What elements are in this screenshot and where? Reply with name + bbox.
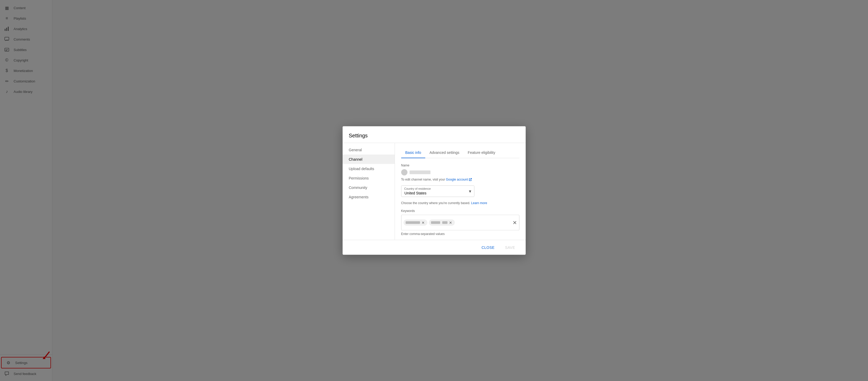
modal-overlay[interactable]	[0, 0, 357, 190]
nav-item-channel[interactable]: Channel	[343, 155, 358, 164]
dialog-body: General Channel Upload defaults Permissi…	[343, 143, 358, 191]
nav-item-general[interactable]: General	[343, 145, 358, 155]
nav-item-community[interactable]: Community	[343, 183, 358, 191]
dialog-header: Settings	[343, 126, 358, 143]
nav-item-upload-defaults[interactable]: Upload defaults	[343, 164, 358, 174]
nav-item-permissions[interactable]: Permissions	[343, 174, 358, 183]
dialog-nav: General Channel Upload defaults Permissi…	[343, 143, 358, 191]
settings-dialog: Settings General Channel Upload defaults…	[343, 126, 358, 191]
dialog-title: Settings	[349, 133, 358, 139]
